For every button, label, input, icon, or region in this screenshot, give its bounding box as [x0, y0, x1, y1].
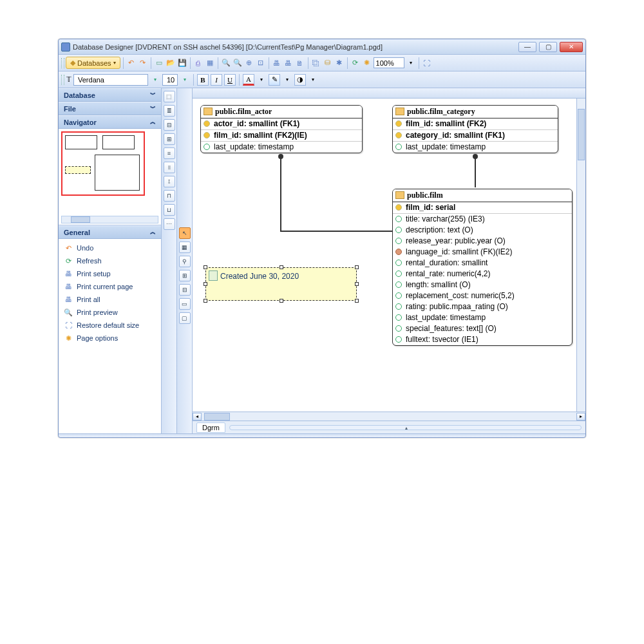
save-icon[interactable]: 💾 — [177, 58, 187, 68]
layout-1-icon[interactable]: ⿻ — [311, 58, 321, 68]
align-tool-0[interactable]: ⬚ — [164, 91, 175, 102]
new-icon[interactable]: ▭ — [154, 58, 164, 68]
object-tool-2[interactable]: ⚲ — [179, 256, 191, 267]
align-tool-9[interactable]: ⋯ — [164, 218, 175, 230]
table-film-category[interactable]: public.film_categoryfilm_id: smallint (F… — [392, 105, 558, 153]
table-film-actor[interactable]: public.film_actoractor_id: smallint (FK1… — [200, 105, 363, 153]
toolbar-grip[interactable] — [61, 75, 64, 85]
horizontal-scrollbar[interactable]: ◂ ▸ — [193, 412, 585, 421]
print-icon[interactable]: 🖶 — [272, 58, 282, 68]
table-column[interactable]: replacement_cost: numeric(5,2) — [393, 290, 572, 301]
object-tool-1[interactable]: ▦ — [179, 242, 191, 253]
text-color-dropdown[interactable]: ▾ — [256, 75, 267, 85]
options-icon[interactable]: ✺ — [362, 58, 372, 68]
align-tool-4[interactable]: ≡ — [164, 147, 175, 159]
align-tool-6[interactable]: ⫱ — [164, 176, 175, 187]
text-color-button[interactable]: A — [243, 74, 254, 86]
size-dropdown-icon[interactable]: ▾ — [180, 75, 190, 85]
highlight-button[interactable]: ✎ — [269, 74, 280, 86]
databases-dropdown[interactable]: ◆ Databases ▾ — [66, 57, 120, 69]
grid-icon[interactable]: ▦ — [205, 58, 215, 68]
redo-icon[interactable]: ↷ — [138, 58, 148, 68]
table-column[interactable]: rental_duration: smallint — [393, 258, 572, 269]
table-column[interactable]: title: varchar(255) (IE3) — [393, 214, 572, 225]
vertical-scrollbar[interactable] — [576, 99, 585, 412]
open-icon[interactable]: 📂 — [166, 58, 176, 68]
fill-dropdown[interactable]: ▾ — [308, 75, 318, 85]
general-item-print-setup[interactable]: 🖶Print setup — [60, 267, 160, 280]
file-panel-header[interactable]: File︾ — [59, 102, 161, 115]
general-panel-header[interactable]: General︽ — [59, 225, 161, 239]
align-tool-3[interactable]: ⊞ — [164, 133, 175, 145]
fill-color-button[interactable]: ◑ — [294, 74, 306, 86]
zoom-fit-icon[interactable]: ⊕ — [244, 58, 254, 68]
save-as-icon[interactable]: ⎙ — [193, 58, 204, 68]
align-tool-1[interactable]: ≣ — [164, 105, 175, 117]
object-tool-5[interactable]: ▭ — [179, 298, 191, 310]
table-column[interactable]: last_update: timestamp — [201, 142, 362, 153]
align-tool-5[interactable]: ⫴ — [164, 162, 175, 173]
object-tool-0[interactable]: ↖ — [179, 227, 191, 239]
diagram-note[interactable]: Created June 30, 2020 — [205, 267, 357, 301]
general-item-undo[interactable]: ↶Undo — [60, 242, 160, 254]
italic-button[interactable]: I — [211, 74, 222, 86]
table-column[interactable]: description: text (O) — [393, 225, 572, 236]
table-column[interactable]: length: smallint (O) — [393, 279, 572, 290]
refresh-icon[interactable]: ⟳ — [350, 58, 361, 68]
zoom-dropdown-icon[interactable]: ▾ — [406, 58, 416, 68]
table-column[interactable]: release_year: public.year (O) — [393, 236, 572, 247]
table-column[interactable]: film_id: smallint (FK2) — [393, 118, 558, 130]
print-page-icon[interactable]: 🖶 — [283, 58, 294, 68]
underline-button[interactable]: U — [224, 74, 236, 86]
bold-button[interactable]: B — [197, 74, 209, 86]
zoom-out-icon[interactable]: 🔍 — [232, 58, 243, 68]
table-column[interactable]: rating: public.mpaa_rating (O) — [393, 301, 572, 312]
align-tool-8[interactable]: ⊔ — [164, 204, 175, 216]
table-column[interactable]: last_update: timestamp — [393, 312, 572, 323]
table-column[interactable]: film_id: smallint (FK2)(IE) — [201, 130, 362, 142]
table-column[interactable]: category_id: smallint (FK1) — [393, 130, 558, 142]
maximize-button[interactable]: ▢ — [539, 42, 557, 52]
tab-dgrm[interactable]: Dgrm — [196, 422, 225, 433]
general-item-print-current-page[interactable]: 🖶Print current page — [60, 280, 160, 293]
table-column[interactable]: film_id: serial — [393, 202, 572, 214]
general-item-refresh[interactable]: ⟳Refresh — [60, 254, 160, 267]
zoom-field[interactable]: 100% — [374, 57, 404, 68]
table-column[interactable]: language_id: smallint (FK)(IE2) — [393, 247, 572, 258]
align-tool-2[interactable]: ⊟ — [164, 119, 175, 131]
titlebar[interactable]: Database Designer [DVDRENT on SSH aschel… — [59, 39, 585, 55]
navigator-scrollbar[interactable] — [61, 216, 158, 223]
object-tool-3[interactable]: ⊞ — [179, 270, 191, 281]
object-tool-4[interactable]: ⊟ — [179, 284, 191, 296]
highlight-dropdown[interactable]: ▾ — [282, 75, 292, 85]
table-film[interactable]: public.filmfilm_id: serialtitle: varchar… — [392, 189, 573, 346]
close-button[interactable]: ✕ — [560, 42, 583, 52]
general-item-page-options[interactable]: ✺Page options — [60, 332, 160, 345]
general-item-print-all[interactable]: 🖶Print all — [60, 293, 160, 306]
restore-size-icon[interactable]: ⛶ — [422, 58, 432, 68]
layout-2-icon[interactable]: ⛁ — [323, 58, 333, 68]
navigator-thumbnail[interactable] — [61, 131, 145, 196]
navigator-panel-header[interactable]: Navigator︽ — [59, 115, 161, 129]
database-panel-header[interactable]: Database︾ — [59, 88, 161, 102]
diagram-canvas[interactable]: public.film_actoractor_id: smallint (FK1… — [193, 99, 585, 412]
align-tool-7[interactable]: ⊓ — [164, 190, 175, 202]
table-column[interactable]: actor_id: smallint (FK1) — [201, 118, 362, 130]
table-column[interactable]: rental_rate: numeric(4,2) — [393, 269, 572, 279]
table-column[interactable]: fulltext: tsvector (IE1) — [393, 334, 572, 345]
zoom-in-icon[interactable]: 🔍 — [221, 58, 231, 68]
font-dropdown-icon[interactable]: ▾ — [150, 75, 160, 85]
undo-icon[interactable]: ↶ — [126, 58, 137, 68]
general-item-restore-default-size[interactable]: ⛶Restore default size — [60, 319, 160, 332]
object-tool-6[interactable]: ▢ — [179, 312, 191, 324]
font-size-select[interactable]: 10 — [162, 74, 178, 86]
navigator-panel[interactable] — [59, 129, 161, 225]
table-column[interactable]: last_update: timestamp — [393, 142, 558, 153]
print-preview-icon[interactable]: 🗎 — [295, 58, 305, 68]
toolbar-grip[interactable] — [61, 58, 64, 68]
font-family-select[interactable]: Verdana — [73, 74, 148, 86]
minimize-button[interactable]: — — [518, 42, 536, 52]
layout-3-icon[interactable]: ✱ — [334, 58, 345, 68]
general-item-print-preview[interactable]: 🔍Print preview — [60, 306, 160, 319]
table-column[interactable]: special_features: text[] (O) — [393, 323, 572, 334]
